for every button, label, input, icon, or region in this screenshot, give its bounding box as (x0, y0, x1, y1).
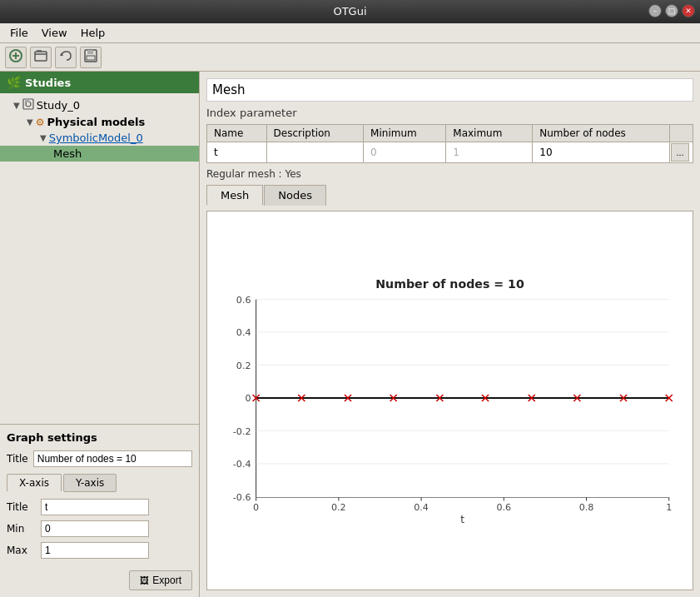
graph-settings-title: Graph settings (7, 431, 192, 444)
minimize-button[interactable]: – (648, 4, 662, 17)
svg-text:-0.4: -0.4 (233, 459, 251, 470)
svg-text:1: 1 (666, 502, 672, 513)
svg-text:0.2: 0.2 (236, 361, 251, 371)
table-ellipsis-button[interactable]: ... (671, 143, 689, 162)
cell-name: t (207, 142, 267, 163)
cell-max: 1 (446, 142, 533, 163)
x-title-row: Title (7, 499, 192, 515)
x-min-label: Min (7, 523, 36, 535)
tab-x-axis[interactable]: X-axis (7, 474, 62, 492)
minimize-icon: – (653, 2, 658, 19)
graph-title-label: Title (7, 453, 28, 465)
content-tabs: Mesh Nodes (206, 185, 693, 206)
tree-item-symbolic-model[interactable]: ▼ SymbolicModel_0 (0, 130, 199, 146)
col-header-name: Name (207, 125, 267, 142)
maximize-button[interactable]: □ (665, 4, 678, 17)
tree-arrow-study: ▼ (13, 101, 20, 110)
tree-arrow-symbolic: ▼ (40, 133, 47, 142)
open-icon (33, 48, 48, 66)
studies-label: Studies (25, 77, 71, 89)
menu-view[interactable]: View (35, 25, 74, 41)
chart-title: Number of nodes = 10 (375, 277, 524, 291)
x-min-input[interactable] (41, 520, 149, 537)
disk-icon (22, 98, 34, 112)
cell-nodes: 10 (533, 142, 670, 163)
new-icon (8, 48, 23, 66)
x-max-row: Max (7, 542, 192, 559)
svg-rect-10 (25, 99, 29, 102)
tree-area: ▼ Study_0 ▼ ⚙ Physical models ▼ (0, 93, 199, 424)
maximize-icon: □ (668, 2, 676, 19)
toolbar-open-button[interactable] (30, 47, 52, 68)
toolbar-new-button[interactable] (5, 47, 27, 68)
tab-y-axis[interactable]: Y-axis (63, 474, 117, 492)
graph-settings-panel: Graph settings Title X-axis Y-axis Title… (0, 424, 199, 597)
toolbar-save-button[interactable] (80, 47, 102, 68)
tab-nodes[interactable]: Nodes (264, 185, 326, 206)
tree-item-mesh[interactable]: Mesh (0, 146, 199, 162)
toolbar-undo-button[interactable] (55, 47, 77, 68)
export-button[interactable]: 🖼 Export (129, 570, 192, 590)
app-title: OTGui (333, 5, 366, 17)
svg-text:t: t (460, 514, 464, 525)
svg-rect-6 (87, 50, 93, 54)
x-max-input[interactable] (41, 542, 149, 559)
axis-tabs: X-axis Y-axis (7, 474, 192, 492)
col-header-desc: Description (266, 125, 364, 142)
svg-text:0.4: 0.4 (236, 327, 251, 338)
export-icon: 🖼 (140, 575, 149, 585)
svg-text:0: 0 (253, 502, 259, 513)
tree-arrow-physical: ▼ (27, 117, 33, 127)
close-icon: ✕ (685, 2, 692, 19)
export-label: Export (152, 575, 181, 586)
table-row: t 0 1 10 ... (207, 142, 693, 163)
col-header-min: Minimum (364, 125, 446, 142)
undo-icon (58, 48, 73, 66)
col-header-max: Maximum (446, 125, 533, 142)
tree-item-physical-models[interactable]: ▼ ⚙ Physical models (0, 114, 199, 130)
tree-physical-label: Physical models (47, 116, 145, 128)
gear-icon: ⚙ (36, 117, 45, 128)
svg-rect-7 (87, 56, 95, 60)
chart-area: Number of nodes = 10 0.6 0.4 0.2 0 (206, 211, 693, 590)
col-header-nodes: Number of nodes (533, 125, 670, 142)
menu-file[interactable]: File (3, 25, 35, 41)
title-bar: OTGui – □ ✕ (0, 0, 700, 23)
cell-min: 0 (364, 142, 446, 163)
studies-header: 🌿 Studies (0, 72, 199, 93)
save-icon (83, 48, 98, 66)
svg-text:0.4: 0.4 (414, 502, 429, 513)
close-button[interactable]: ✕ (682, 4, 695, 17)
tree-mesh-label: Mesh (53, 147, 82, 160)
right-panel: Mesh Index parameter Name Description Mi… (200, 72, 700, 597)
graph-title-input[interactable] (33, 450, 192, 467)
svg-text:0.6: 0.6 (496, 502, 511, 513)
left-panel: 🌿 Studies ▼ Study_0 ▼ ⚙ Phys (0, 72, 200, 597)
svg-text:0: 0 (245, 393, 251, 404)
x-max-label: Max (7, 545, 36, 556)
toolbar (0, 43, 700, 72)
tab-mesh[interactable]: Mesh (206, 185, 263, 206)
regular-mesh-text: Regular mesh : Yes (206, 168, 693, 180)
x-title-label: Title (7, 501, 36, 513)
param-table: Name Description Minimum Maximum Number … (206, 124, 693, 163)
menu-help[interactable]: Help (74, 25, 112, 41)
studies-leaf-icon: 🌿 (7, 76, 21, 89)
tree-study-label: Study_0 (37, 99, 80, 112)
x-title-input[interactable] (41, 499, 149, 515)
mesh-title: Mesh (206, 78, 693, 102)
menubar: File View Help (0, 23, 700, 43)
tree-item-study[interactable]: ▼ Study_0 (0, 97, 199, 114)
svg-text:0.6: 0.6 (236, 295, 251, 306)
chart-svg: Number of nodes = 10 0.6 0.4 0.2 0 (214, 218, 686, 583)
svg-rect-3 (35, 52, 47, 61)
cell-desc (266, 142, 364, 163)
svg-text:0.2: 0.2 (331, 502, 346, 513)
index-param-label: Index parameter (206, 107, 693, 119)
x-min-row: Min (7, 520, 192, 537)
svg-text:-0.6: -0.6 (233, 492, 251, 503)
svg-text:-0.2: -0.2 (233, 426, 251, 437)
svg-text:0.8: 0.8 (579, 502, 594, 513)
tree-symbolic-label: SymbolicModel_0 (49, 132, 143, 144)
main-layout: 🌿 Studies ▼ Study_0 ▼ ⚙ Phys (0, 72, 700, 597)
